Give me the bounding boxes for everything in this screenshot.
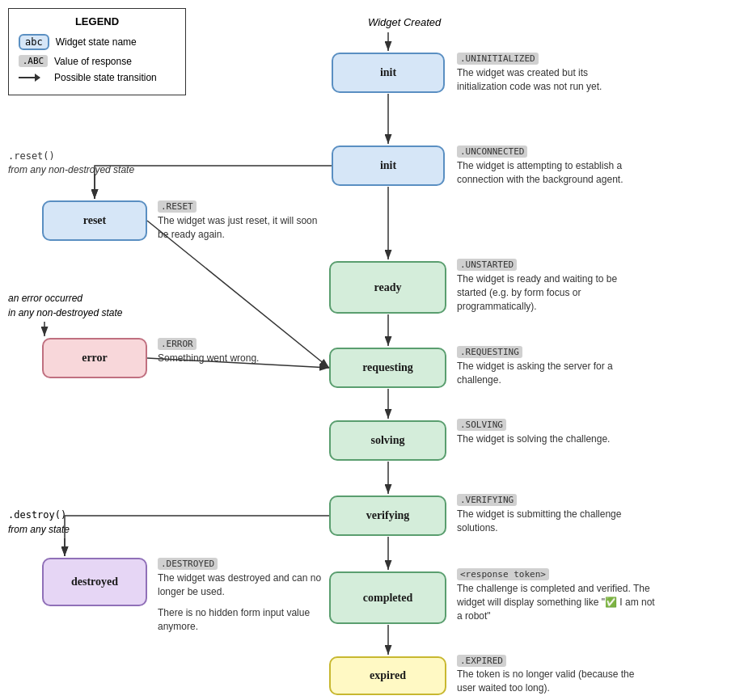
destroyed-code: .DESTROYED xyxy=(158,558,218,570)
uninit-desc: The widget was created but its initializ… xyxy=(457,66,635,94)
legend-item-arrow: Possible state transition xyxy=(19,72,175,83)
uninit-code: .UNINITIALIZED xyxy=(457,53,539,65)
reset-from: from any non-destroyed state xyxy=(8,164,134,175)
state-init2: init xyxy=(332,145,445,186)
legend-value-box: .ABC xyxy=(19,55,48,67)
reset-method: .reset() xyxy=(8,150,55,162)
destroyed-desc2: There is no hidden form input value anym… xyxy=(158,606,328,634)
error-desc: Something went wrong. xyxy=(158,352,259,365)
requesting-code: .REQUESTING xyxy=(457,346,522,358)
reset-method-label: .reset() from any non-destroyed state xyxy=(8,150,134,177)
state-requesting: requesting xyxy=(329,348,446,388)
legend-item-value: .ABC Value of response xyxy=(19,55,175,67)
state-destroyed: destroyed xyxy=(42,558,147,606)
reset-desc: The widget was just reset, it will soon … xyxy=(158,214,319,242)
state-ready: ready xyxy=(329,261,446,314)
verifying-desc: The widget is submitting the challenge s… xyxy=(457,508,635,535)
reset-code: .RESET xyxy=(158,200,197,213)
solving-code: .SOLVING xyxy=(457,419,506,431)
legend-item-state: abc Widget state name xyxy=(19,34,175,50)
verifying-code: .VERIFYING xyxy=(457,494,517,506)
state-verifying: verifying xyxy=(329,495,446,536)
solving-desc: The widget is solving the challenge. xyxy=(457,432,610,446)
error-occurred-label: an error occurred in any non-destroyed s… xyxy=(8,291,122,320)
legend: LEGEND abc Widget state name .ABC Value … xyxy=(8,8,186,95)
completed-code: <response token> xyxy=(457,568,549,580)
expired-desc: The token is no longer valid (because th… xyxy=(457,668,635,695)
state-init1: init xyxy=(332,53,445,93)
unstarted-desc: The widget is ready and waiting to be st… xyxy=(457,272,635,313)
state-error: error xyxy=(42,338,147,378)
destroy-method-label: .destroy() from any state xyxy=(8,508,70,537)
destroy-method: .destroy() xyxy=(8,509,66,521)
state-reset: reset xyxy=(42,200,147,241)
state-expired: expired xyxy=(329,656,446,695)
legend-state-desc: Widget state name xyxy=(56,36,137,48)
legend-state-box: abc xyxy=(19,34,49,50)
state-completed: completed xyxy=(329,571,446,624)
state-solving: solving xyxy=(329,420,446,461)
completed-desc: The challenge is completed and verified.… xyxy=(457,582,659,622)
expired-code: .EXPIRED xyxy=(457,655,506,667)
destroy-from: from any state xyxy=(8,524,70,535)
unconnected-code: .UNCONNECTED xyxy=(457,145,527,158)
requesting-desc: The widget is asking the server for a ch… xyxy=(457,360,635,387)
legend-arrow-icon xyxy=(19,77,48,78)
legend-value-desc: Value of response xyxy=(54,56,132,67)
unconnected-desc: The widget is attempting to establish a … xyxy=(457,159,635,187)
unstarted-code: .UNSTARTED xyxy=(457,259,517,271)
widget-created-label: Widget Created xyxy=(368,16,441,28)
legend-title: LEGEND xyxy=(19,15,175,27)
legend-arrow-desc: Possible state transition xyxy=(54,72,157,83)
destroyed-desc1: The widget was destroyed and can no long… xyxy=(158,571,328,599)
error-from: in any non-destroyed state xyxy=(8,307,122,318)
error-code: .ERROR xyxy=(158,338,197,350)
error-occurred: an error occurred xyxy=(8,293,82,304)
